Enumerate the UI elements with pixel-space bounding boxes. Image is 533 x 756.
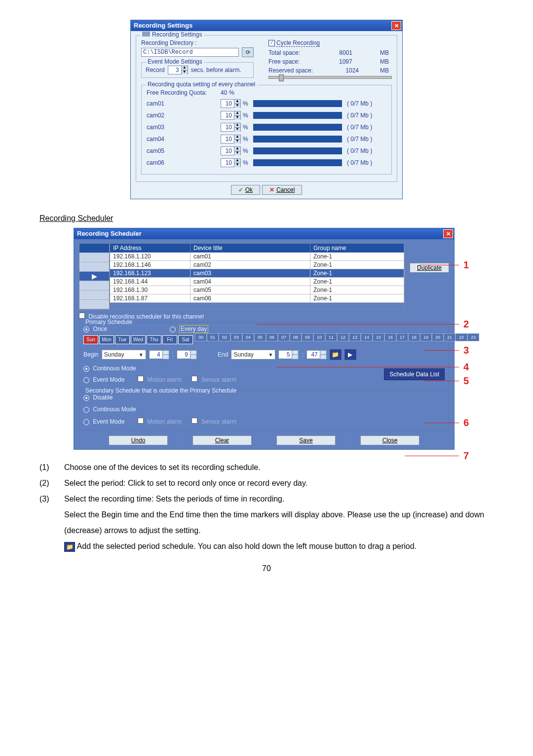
hour-box[interactable]: 14 xyxy=(361,333,373,341)
begin-day-select[interactable]: Sunday▼ xyxy=(102,350,146,360)
hour-box[interactable]: 07 xyxy=(278,333,290,341)
secondary-sensor-alarm-checkbox[interactable] xyxy=(191,418,197,424)
hour-box[interactable]: 22 xyxy=(456,333,467,341)
hour-box[interactable]: 12 xyxy=(337,333,349,341)
day-box[interactable]: Thu xyxy=(147,335,161,344)
instr-1-text: Choose one of the devices to set its rec… xyxy=(64,460,494,475)
save-button[interactable]: Save xyxy=(276,435,336,445)
table-row[interactable]: 192.168.1.87cam06Zone-1 xyxy=(110,294,404,303)
every-day-radio[interactable] xyxy=(170,326,176,332)
day-selector[interactable]: SunMonTueWedThuFriSat xyxy=(83,335,193,344)
device-table[interactable]: IP Address Device title Group name 192.1… xyxy=(110,243,405,310)
end-min-spinner[interactable]: 47▲▼ xyxy=(306,350,327,359)
table-row[interactable]: 192.168.1.146cam02Zone-1 xyxy=(110,261,404,269)
quota-title: Recording quota setting of every channel xyxy=(146,81,257,88)
end-day-select[interactable]: Sunday▼ xyxy=(231,350,275,360)
motion-alarm-checkbox[interactable] xyxy=(138,376,144,382)
remove-schedule-icon[interactable]: ▶ xyxy=(344,349,356,360)
hour-box[interactable]: 13 xyxy=(349,333,361,341)
secondary-disable-radio[interactable] xyxy=(83,395,89,401)
table-row[interactable]: 192.168.1.30cam05Zone-1 xyxy=(110,286,404,294)
recording-settings-titlebar: Recording Settings ✕ xyxy=(131,20,402,31)
hour-timeline[interactable]: 0001020304050607080910111213141516171819… xyxy=(195,333,479,341)
day-box[interactable]: Fri xyxy=(162,335,177,344)
cam-quota-spinner[interactable]: 10▲▼ xyxy=(221,99,241,108)
hour-box[interactable]: 19 xyxy=(420,333,432,341)
ok-button[interactable]: ✓Ok xyxy=(231,185,260,195)
hour-box[interactable]: 17 xyxy=(396,333,408,341)
disable-scheduler-checkbox[interactable] xyxy=(79,313,85,319)
total-space-label: Total space: xyxy=(268,49,300,56)
instr-3b-text: Select the Begin time and the End time t… xyxy=(64,507,494,539)
begin-min-spinner[interactable]: 9▲▼ xyxy=(177,350,197,359)
cam-quota-bar xyxy=(253,124,342,131)
clear-button[interactable]: Clear xyxy=(192,435,252,445)
begin-hour-spinner[interactable]: 4▲▼ xyxy=(149,350,169,359)
hour-box[interactable]: 03 xyxy=(230,333,242,341)
hour-box[interactable]: 00 xyxy=(195,333,207,341)
secondary-motion-alarm-checkbox[interactable] xyxy=(138,418,144,424)
table-row[interactable]: 192.168.1.123cam03Zone-1 xyxy=(110,269,404,278)
recording-directory-input[interactable]: C:\ISDB\Record xyxy=(141,48,239,57)
cycle-recording-checkbox[interactable]: ✓ xyxy=(268,40,275,46)
hour-box[interactable]: 05 xyxy=(254,333,266,341)
cam-quota-stat: ( 0/7 Mb ) xyxy=(347,136,386,143)
secondary-event-mode-radio[interactable] xyxy=(83,419,89,425)
instr-1-num: (1) xyxy=(39,460,64,475)
recording-scheduler-titlebar: Recording Scheduler ✕ xyxy=(74,228,454,239)
record-secs-spinner[interactable]: 3 ▲▼ xyxy=(168,66,188,74)
continuous-mode-label: Continous Mode xyxy=(93,365,136,372)
quota-row: cam0410▲▼%( 0/7 Mb ) xyxy=(147,135,386,144)
once-radio[interactable] xyxy=(83,326,89,332)
hour-box[interactable]: 21 xyxy=(444,333,456,341)
hour-box[interactable]: 20 xyxy=(432,333,444,341)
hour-box[interactable]: 01 xyxy=(207,333,219,341)
cam-quota-spinner[interactable]: 10▲▼ xyxy=(221,158,241,167)
end-hour-spinner[interactable]: 5▲▼ xyxy=(278,350,299,359)
table-row[interactable]: 192.168.1.120cam01Zone-1 xyxy=(110,252,404,261)
sensor-alarm-checkbox[interactable] xyxy=(191,376,197,382)
secondary-event-mode-label: Event Mode xyxy=(93,418,124,425)
day-box[interactable]: Sat xyxy=(178,335,193,344)
day-box[interactable]: Tue xyxy=(115,335,130,344)
hour-box[interactable]: 10 xyxy=(313,333,325,341)
hour-box[interactable]: 23 xyxy=(467,333,479,341)
hour-box[interactable]: 04 xyxy=(242,333,254,341)
duplicate-button[interactable]: Duplicate xyxy=(410,263,449,273)
cam-name: cam05 xyxy=(147,147,221,154)
add-schedule-icon[interactable]: 📁 xyxy=(330,349,342,360)
close-icon[interactable]: ✕ xyxy=(443,229,453,238)
hour-box[interactable]: 09 xyxy=(302,333,313,341)
cancel-button[interactable]: ✕Cancel xyxy=(262,185,302,195)
close-button[interactable]: Close xyxy=(360,435,419,445)
event-mode-settings-title: Event Mode Settings xyxy=(146,58,204,65)
cam-quota-spinner[interactable]: 10▲▼ xyxy=(221,146,241,155)
reserved-space-value: 1024 xyxy=(334,67,359,74)
schedule-data-list-button[interactable]: Schedule Data List xyxy=(384,368,445,380)
event-mode-radio[interactable] xyxy=(83,377,89,383)
continuous-mode-radio[interactable] xyxy=(83,366,89,372)
day-box[interactable]: Wed xyxy=(131,335,146,344)
hour-box[interactable]: 06 xyxy=(266,333,278,341)
cam-quota-spinner[interactable]: 10▲▼ xyxy=(221,135,241,144)
row-selector-icon[interactable]: ▶ xyxy=(79,272,109,281)
hour-box[interactable]: 08 xyxy=(290,333,302,341)
hour-box[interactable]: 15 xyxy=(373,333,384,341)
cam-quota-spinner[interactable]: 10▲▼ xyxy=(221,111,241,120)
secondary-continuous-radio[interactable] xyxy=(83,407,89,413)
browse-icon[interactable]: ⟳ xyxy=(242,47,254,57)
cam-quota-stat: ( 0/7 Mb ) xyxy=(347,100,386,107)
hour-box[interactable]: 18 xyxy=(408,333,420,341)
cam-quota-spinner[interactable]: 10▲▼ xyxy=(221,123,241,132)
day-box[interactable]: Mon xyxy=(99,335,114,344)
reserved-space-slider[interactable] xyxy=(268,76,392,79)
close-icon[interactable]: ✕ xyxy=(391,21,401,30)
primary-schedule-title: Primary Schedule xyxy=(83,319,134,325)
every-day-label: Every day xyxy=(179,325,208,333)
table-row[interactable]: 192.168.1.44cam04Zone-1 xyxy=(110,278,404,286)
undo-button[interactable]: Undo xyxy=(109,435,168,445)
hour-box[interactable]: 11 xyxy=(325,333,337,341)
day-box[interactable]: Sun xyxy=(83,335,98,344)
hour-box[interactable]: 16 xyxy=(384,333,396,341)
hour-box[interactable]: 02 xyxy=(219,333,230,341)
